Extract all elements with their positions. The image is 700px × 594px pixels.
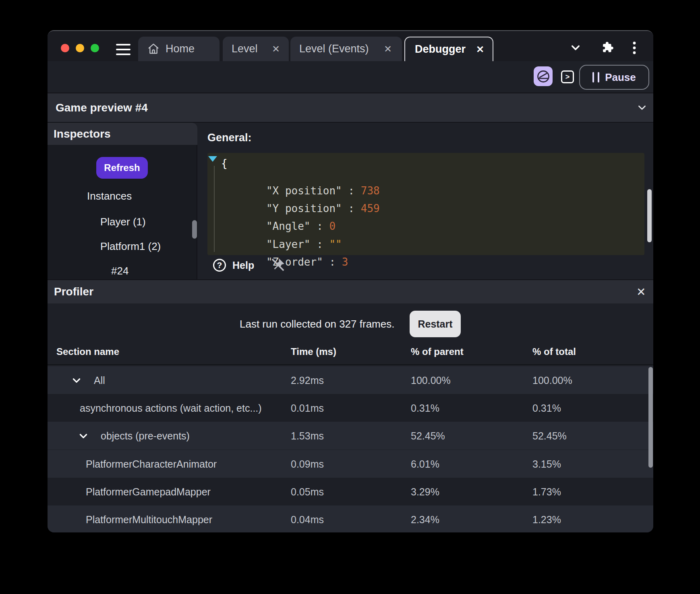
inspectors-header: Inspectors — [48, 123, 197, 145]
tab-label: Level — [232, 43, 258, 55]
json-line: "Z order" : 3 — [228, 243, 348, 256]
table-row[interactable]: All 2.92ms 100.00% 100.00% — [48, 366, 653, 394]
row-time: 2.92ms — [291, 374, 324, 386]
row-section-name: asynchronous actions (wait action, etc..… — [80, 402, 262, 414]
profiler-title: Profiler — [54, 285, 93, 298]
tab-level[interactable]: Level ✕ — [223, 37, 289, 61]
tree-item-instance-24[interactable]: #24 — [111, 265, 128, 277]
table-row[interactable]: objects (pre-events) 1.53ms 52.45% 52.45… — [48, 422, 653, 450]
pause-icon — [592, 72, 599, 82]
chevron-down-icon[interactable] — [570, 42, 581, 53]
row-section-name: PlatformerCharacterAnimator — [86, 458, 217, 470]
kebab-menu-icon[interactable] — [632, 41, 636, 55]
row-section-name: objects (pre-events) — [101, 430, 190, 441]
debugger-toolbar: > Pause — [48, 61, 653, 93]
tab-home[interactable]: Home — [138, 37, 220, 61]
close-icon[interactable]: ✕ — [476, 44, 484, 55]
row-section-name: PlatformerMultitouchMapper — [86, 514, 212, 525]
close-icon[interactable]: ✕ — [636, 285, 646, 299]
row-percent-of-total: 100.00% — [532, 374, 572, 386]
row-percent-of-total: 3.15% — [532, 458, 561, 470]
row-percent-of-parent: 2.34% — [411, 514, 439, 525]
json-open-brace: { — [221, 157, 228, 170]
chevron-down-icon[interactable] — [78, 431, 89, 441]
row-percent-of-parent: 6.01% — [411, 458, 439, 470]
chevron-down-icon[interactable] — [637, 102, 647, 113]
tree-item-instances[interactable]: Instances — [87, 190, 132, 202]
restart-button[interactable]: Restart — [410, 311, 461, 337]
extensions-puzzle-icon[interactable] — [601, 41, 614, 54]
close-icon[interactable]: ✕ — [272, 43, 280, 55]
row-percent-of-parent: 0.31% — [411, 402, 439, 414]
row-section-name: PlatformerGamepadMapper — [86, 486, 211, 497]
zoom-traffic-light[interactable] — [91, 44, 99, 52]
collapse-triangle-icon[interactable] — [208, 156, 217, 162]
json-separator: : — [323, 256, 342, 268]
titlebar: Home Level ✕ Level (Events) ✕ Debugger ✕ — [48, 31, 653, 61]
row-percent-of-total: 0.31% — [532, 402, 561, 414]
debugger-window: Home Level ✕ Level (Events) ✕ Debugger ✕… — [48, 30, 653, 532]
table-row[interactable]: asynchronous actions (wait action, etc..… — [48, 394, 653, 422]
row-percent-of-parent: 3.29% — [411, 486, 439, 497]
pause-label: Pause — [605, 71, 636, 84]
json-value: 459 — [361, 202, 380, 214]
tab-label: Debugger — [415, 43, 466, 56]
profiler-header: Profiler ✕ — [48, 279, 653, 303]
game-preview-bar[interactable]: Game preview #4 — [48, 93, 653, 123]
menu-hamburger-icon[interactable] — [116, 44, 130, 55]
profiler-table-header: Section name Time (ms) % of parent % of … — [48, 343, 653, 365]
inspectors-title: Inspectors — [54, 128, 111, 140]
row-percent-of-total: 1.73% — [532, 486, 561, 497]
console-icon[interactable]: > — [561, 70, 574, 83]
close-icon[interactable]: ✕ — [384, 43, 392, 55]
json-line: "Layer" : "" — [228, 225, 342, 238]
row-percent-of-parent: 100.00% — [411, 374, 451, 386]
chevron-down-icon[interactable] — [71, 375, 82, 386]
row-percent-of-total: 1.23% — [532, 514, 561, 525]
minimize-traffic-light[interactable] — [76, 44, 84, 52]
tab-debugger[interactable]: Debugger ✕ — [404, 37, 493, 61]
row-section-name: All — [94, 374, 105, 386]
tree-item-player[interactable]: Player (1) — [100, 216, 146, 228]
row-time: 0.09ms — [291, 458, 324, 470]
row-time: 0.04ms — [291, 514, 324, 525]
header-percent-of-parent: % of parent — [411, 346, 464, 357]
help-label[interactable]: Help — [232, 260, 254, 271]
refresh-button[interactable]: Refresh — [96, 157, 148, 179]
json-line: "X position" : 738 — [228, 171, 380, 184]
profiler-status-text: Last run collected on 327 frames. — [240, 318, 394, 330]
row-time: 1.53ms — [291, 430, 324, 441]
table-row[interactable]: PlatformerGamepadMapper 0.05ms 3.29% 1.7… — [48, 478, 653, 505]
row-time: 0.05ms — [291, 486, 324, 497]
row-percent-of-parent: 52.45% — [411, 430, 445, 441]
row-time: 0.01ms — [291, 402, 324, 414]
pause-button[interactable]: Pause — [579, 65, 649, 90]
table-row[interactable]: PlatformerCharacterAnimator 0.09ms 6.01%… — [48, 450, 653, 478]
header-section-name: Section name — [56, 346, 119, 357]
json-line: "Angle" : 0 — [228, 207, 336, 220]
profiler-scrollbar-thumb[interactable] — [648, 367, 653, 468]
json-value: 3 — [342, 256, 348, 268]
row-percent-of-total: 52.45% — [532, 430, 567, 441]
inspectors-panel: Refresh Instances Player (1) Platform1 (… — [48, 145, 197, 279]
close-traffic-light[interactable] — [61, 44, 69, 52]
tab-level-events[interactable]: Level (Events) ✕ — [290, 37, 402, 61]
game-preview-title: Game preview #4 — [56, 101, 148, 114]
general-scrollbar-thumb[interactable] — [647, 189, 652, 242]
json-line: "Y position" : 459 — [228, 189, 380, 202]
pin-off-icon[interactable] — [270, 256, 286, 273]
header-time: Time (ms) — [291, 346, 336, 357]
instance-properties-json: { "X position" : 738 "Y position" : 459 … — [207, 153, 644, 255]
header-percent-of-total: % of total — [532, 346, 576, 357]
help-icon[interactable]: ? — [213, 259, 226, 272]
tree-item-platform1[interactable]: Platform1 (2) — [100, 240, 161, 253]
speed-limiter-icon[interactable] — [534, 66, 553, 86]
json-separator: : — [342, 202, 361, 214]
tree-guide-line — [214, 166, 215, 252]
tab-label: Level (Events) — [299, 43, 369, 55]
sidebar-scrollbar-thumb[interactable] — [192, 220, 197, 239]
general-title: General: — [207, 132, 252, 144]
tab-label: Home — [166, 43, 195, 55]
table-row[interactable]: PlatformerMultitouchMapper 0.04ms 2.34% … — [48, 505, 653, 532]
home-icon — [147, 42, 160, 55]
